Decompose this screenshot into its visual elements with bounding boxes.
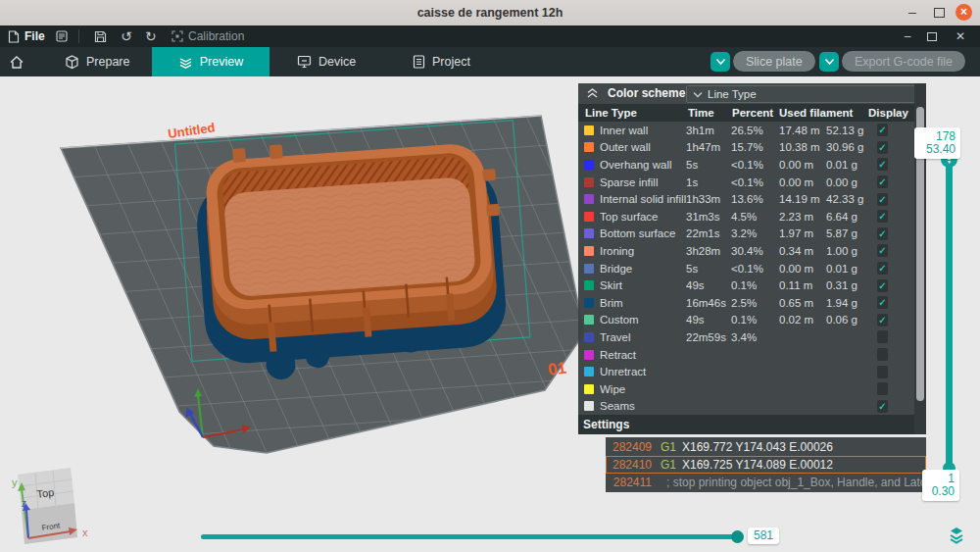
gcode-line[interactable]: 282411 ; stop printing object obj_1_Box,… — [606, 474, 926, 491]
table-row[interactable]: Skirt 49s 0.1% 0.11 m 0.31 g ✓ — [578, 276, 914, 294]
tab-device[interactable]: Device — [297, 47, 356, 76]
table-row[interactable]: Seams ✓ — [578, 398, 914, 416]
display-checkbox[interactable]: ✓ — [877, 262, 888, 275]
table-row[interactable]: Bridge 5s <0.1% 0.00 m 0.01 g ✓ — [578, 260, 914, 277]
tab-prepare-label: Prepare — [86, 55, 129, 69]
used-filament-weight: 1.94 g — [826, 297, 877, 309]
move-slider-track[interactable] — [201, 534, 743, 539]
app-restore-button[interactable] — [927, 32, 937, 41]
display-checkbox[interactable]: ✓ — [877, 314, 888, 326]
line-type-color-swatch — [584, 280, 594, 290]
maximize-button[interactable] — [934, 8, 945, 18]
home-button[interactable] — [9, 47, 24, 76]
table-row[interactable]: Inner wall 3h1m 26.5% 17.48 m 52.13 g ✓ — [578, 122, 914, 139]
check-icon: ✓ — [878, 296, 886, 309]
menu-bar: File ↺ ↻ Calibration – ✕ — [0, 25, 980, 47]
display-checkbox[interactable]: ✓ — [877, 141, 888, 154]
slice-plate-button[interactable]: Slice plate — [733, 51, 815, 72]
move-slider-value: 581 — [748, 527, 779, 544]
plate-number-label: 01 — [547, 359, 567, 379]
gcode-line[interactable]: 282409 G1 X169.772 Y174.043 E.00026 — [606, 438, 926, 456]
table-row[interactable]: Overhang wall 5s <0.1% 0.00 m 0.01 g ✓ — [578, 156, 914, 174]
check-icon: ✓ — [878, 227, 886, 240]
layer-slider-track[interactable] — [946, 158, 953, 470]
percent-value: 3.2% — [731, 227, 779, 239]
export-dropdown-button[interactable] — [819, 52, 839, 72]
display-checkbox[interactable]: ✓ — [877, 382, 888, 395]
file-menu-label: File — [24, 29, 45, 43]
time-value: 49s — [686, 314, 731, 326]
app-close-button[interactable]: ✕ — [953, 25, 968, 47]
table-row[interactable]: Wipe ✓ — [578, 380, 914, 398]
settings-section-header[interactable]: Settings — [578, 415, 914, 434]
color-scheme-dropdown[interactable]: Line Type — [686, 85, 921, 103]
undo-button[interactable]: ↺ — [121, 25, 132, 47]
notes-menu-button[interactable] — [56, 25, 68, 47]
export-gcode-button[interactable]: Export G-code file — [842, 51, 965, 72]
display-checkbox[interactable]: ✓ — [877, 348, 888, 361]
display-checkbox[interactable]: ✓ — [877, 193, 888, 206]
cube-icon — [65, 55, 79, 70]
table-row[interactable]: Internal solid infill 1h33m 13.6% 14.19 … — [578, 190, 914, 208]
table-row[interactable]: Ironing 3h28m 30.4% 0.34 m 1.00 g ✓ — [578, 242, 914, 260]
minimize-button[interactable]: – — [904, 0, 921, 24]
axis-y-label: y — [12, 477, 18, 488]
calibration-icon — [172, 30, 183, 42]
table-row[interactable]: Top surface 31m3s 4.5% 2.23 m 6.64 g ✓ — [578, 208, 914, 226]
redo-icon: ↻ — [145, 28, 157, 44]
display-checkbox[interactable]: ✓ — [877, 227, 888, 240]
display-checkbox[interactable]: ✓ — [877, 124, 888, 136]
calibration-menu[interactable]: Calibration — [172, 25, 244, 47]
move-slider-handle[interactable] — [731, 530, 744, 543]
app-minimize-button[interactable]: – — [900, 25, 915, 47]
table-row[interactable]: Brim 16m46s 2.5% 0.65 m 1.94 g ✓ — [578, 294, 914, 312]
time-value: 1h33m — [686, 193, 731, 205]
display-checkbox[interactable]: ✓ — [877, 400, 888, 413]
used-filament-length: 0.00 m — [779, 159, 826, 171]
time-value: 22m1s — [686, 227, 731, 239]
line-type-label: Skirt — [600, 279, 686, 291]
collapse-button[interactable] — [586, 87, 599, 99]
tab-prepare[interactable]: Prepare — [65, 47, 129, 76]
display-checkbox[interactable]: ✓ — [877, 330, 888, 343]
save-button[interactable] — [94, 25, 107, 47]
table-row[interactable]: Sparse infill 1s <0.1% 0.00 m 0.00 g ✓ — [578, 174, 914, 191]
close-button[interactable]: × — [956, 4, 972, 21]
document-icon — [413, 55, 425, 69]
table-row[interactable]: Travel 22m59s 3.4% ✓ — [578, 328, 914, 346]
display-checkbox[interactable]: ✓ — [877, 244, 888, 257]
col-used-filament: Used filament — [779, 104, 853, 122]
table-row[interactable]: Retract ✓ — [578, 346, 914, 364]
line-type-color-swatch — [584, 298, 594, 308]
redo-button[interactable]: ↻ — [145, 25, 157, 47]
slice-dropdown-button[interactable] — [710, 52, 730, 72]
file-menu[interactable]: File — [8, 25, 45, 47]
line-type-color-swatch — [584, 228, 594, 238]
cube-top-label: Top — [36, 486, 55, 500]
display-checkbox[interactable]: ✓ — [877, 210, 888, 223]
table-row[interactable]: Unretract ✓ — [578, 363, 914, 380]
chevron-down-icon — [693, 91, 703, 98]
display-checkbox[interactable]: ✓ — [877, 366, 888, 378]
line-type-label: Wipe — [600, 383, 686, 395]
layer-slider-toggle-button[interactable] — [947, 526, 966, 545]
gcode-line-selected[interactable]: 282410 G1 X169.725 Y174.089 E.00012 — [606, 456, 926, 474]
percent-value: 3.4% — [731, 331, 779, 343]
slice-action-group: Slice plate — [710, 51, 815, 72]
display-checkbox[interactable]: ✓ — [877, 176, 888, 188]
display-checkbox[interactable]: ✓ — [877, 296, 888, 309]
gcode-comment: ; stop printing object obj_1_Box, Handle… — [666, 476, 925, 489]
display-checkbox[interactable]: ✓ — [877, 279, 888, 292]
tab-preview[interactable]: Preview — [152, 47, 270, 76]
line-type-color-swatch — [584, 142, 594, 152]
tab-project[interactable]: Project — [413, 47, 470, 76]
table-row[interactable]: Custom 49s 0.1% 0.02 m 0.06 g ✓ — [578, 312, 914, 329]
line-type-label: Outer wall — [600, 141, 686, 153]
display-checkbox[interactable]: ✓ — [877, 158, 888, 171]
used-filament-length: 17.48 m — [779, 125, 826, 136]
table-row[interactable]: Outer wall 1h47m 15.7% 10.38 m 30.96 g ✓ — [578, 139, 914, 157]
table-row[interactable]: Bottom surface 22m1s 3.2% 1.97 m 5.87 g … — [578, 226, 914, 243]
orientation-cube[interactable]: Top Front y z x — [12, 468, 88, 544]
arrow-down-icon: ▼ — [947, 160, 952, 164]
time-value: 31m3s — [686, 211, 731, 223]
